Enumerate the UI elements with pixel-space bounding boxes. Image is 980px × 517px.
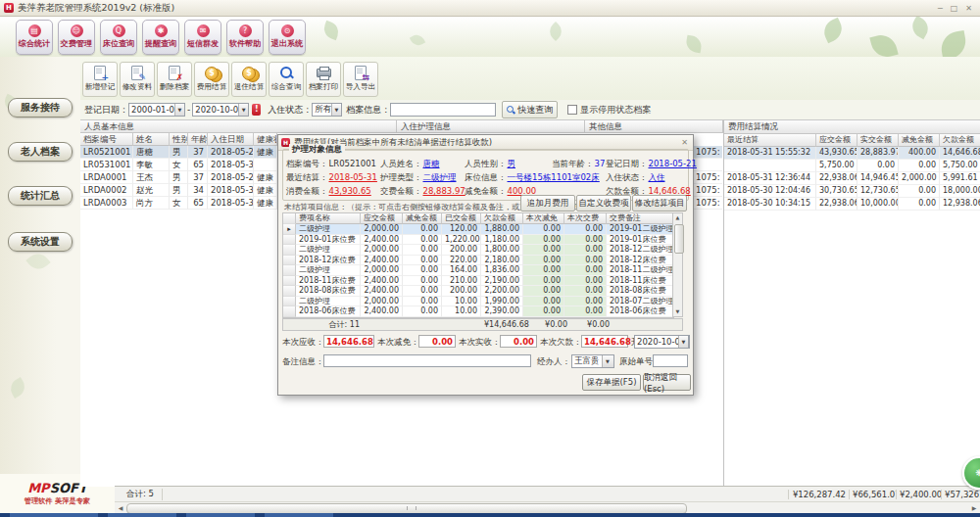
table-row[interactable]: LRDA0001王杰男372018-05-21健康 [80,171,277,184]
table-row[interactable]: 2018-05-31 12:36:4422,938.0614,946.452,0… [724,172,980,185]
table-cell: 2018-11床位费 [296,276,361,287]
table-row[interactable]: 2018-06床位费2,400.000.0010.002,390.000.000… [283,306,673,317]
cancel-button[interactable]: 取消返回(Esc) [643,374,691,391]
scroll-right-arrow-icon[interactable]: ▶ [969,503,979,513]
operator-combo[interactable]: 王富贵▼ [571,354,614,368]
table-cell: 女 [170,159,188,171]
info-field: 入住状态：入住 [606,172,665,184]
scroll-left-arrow-icon[interactable]: ◀ [116,503,125,513]
toolbar-button-reminder[interactable]: ✱ 提醒查询 [142,20,179,55]
import-export-button[interactable]: ⇆ 导入导出 [343,62,378,97]
table-cell: 0.00 [899,160,940,172]
table-row[interactable]: 二级护理2,000.000.0010.001,990.000.000.00201… [283,297,673,307]
edit-record-button[interactable]: ✎ 修改资料 [120,62,155,97]
restore-button[interactable]: □ [951,4,958,13]
table-row[interactable]: LRDA0002赵光男342018-05-30健康 [80,184,277,197]
scrollbar-thumb[interactable] [674,224,684,254]
print-button[interactable]: 档案打印 [306,62,341,97]
table-row[interactable]: 1075: [693,146,722,159]
toolbar-button-stats[interactable]: ▤ 综合统计 [16,20,53,55]
table-row[interactable]: 2018-11床位费2,400.000.00210.002,190.000.00… [283,276,673,287]
field-value[interactable]: 入住 [649,172,665,182]
settlement-items-table: 费项名称应交金额减免金额已交金额欠款金额本次减免本次交费交费备注二级护理2,00… [282,212,674,318]
table-row[interactable]: 二级护理2,000.000.00200.001,800.000.000.0020… [283,245,673,256]
table-cell: 2,000.00 [899,172,940,185]
table-cell: 2,000.00 [361,297,403,307]
table-cell: 尚方 [133,197,170,210]
dialog-close-icon[interactable]: ✕ [679,138,690,147]
bill-date-combo[interactable]: 2020-10-03▼ [634,335,689,349]
table-row[interactable]: 5,750.000.000.005,750.00 [724,160,980,172]
column-header: 费项名称 [296,213,361,224]
table-row[interactable]: LR0531001李敏女652018-05-31 [80,159,277,171]
new-record-button[interactable]: + 新增登记 [82,62,118,97]
toolbar-button-help[interactable]: ? 软件帮助 [226,20,264,55]
field-value[interactable]: 一号楼15栋1101室02床 [508,172,600,182]
query-button[interactable]: 综合查询 [269,62,304,97]
table-cell: 0.00 [403,286,442,297]
toolbar-button-sms[interactable]: ✉ 短信群发 [184,20,221,55]
table-cell: 2018-05-31 12:36:44 [724,172,816,185]
scroll-down-arrow-icon[interactable]: ▼ [673,307,682,316]
stats-icon: ▤ [28,24,41,37]
column-header: 入住日期 [208,133,254,146]
table-row[interactable]: 2018-12床位费2,400.000.00220.002,180.000.00… [283,256,673,266]
date-to-combo[interactable]: 2020-10-03▼ [192,103,249,117]
table-cell: 0.00 [564,297,607,307]
toolbar-button-bed-search[interactable]: Q 床位查询 [100,20,137,55]
table-header-row: 档案编号姓名性别年龄入住日期健康状 [80,133,277,146]
sidebar-item-elder-files[interactable]: 老人档案 [8,142,73,162]
table-row[interactable]: 2018-05-31 15:55:3243,930.6528,883.97400… [724,147,980,160]
field-value[interactable]: 2018-05-21 [649,159,697,168]
table-cell: 二级护理 [296,297,361,307]
table-row[interactable]: 2018-05-30 12:04:4630,730.6512,730.650.0… [724,185,980,198]
table-row[interactable]: 1075: [693,197,722,210]
table-cell: 健康 [254,171,277,184]
field-value[interactable]: 二级护理 [423,172,457,182]
custom-fee-button[interactable]: 自定义收费项 [576,195,631,212]
record-search-input[interactable] [390,103,496,117]
edit-settle-items-button[interactable]: 修改结算项目 [632,195,687,212]
save-bill-button[interactable]: 保存单据(F5) [582,374,641,391]
status-combo[interactable]: 所有▼ [312,103,342,117]
sidebar-item-reception[interactable]: 服务接待 [8,98,73,118]
table-row[interactable]: 1075: [693,184,722,197]
table-row[interactable]: 2018-08床位费2,400.000.00200.002,200.000.00… [283,286,673,297]
table-cell: 2,000.00 [361,224,403,235]
table-row[interactable]: 二级护理2,000.000.00164.001,836.000.000.0020… [283,265,673,276]
info-label: 档案信息： [346,104,390,117]
show-disabled-checkbox[interactable] [567,105,577,115]
field-value[interactable]: 唐糖 [423,159,440,168]
table-row[interactable]: 二级护理2,000.000.00120.001,880.000.000.0020… [283,224,673,235]
vertical-scrollbar[interactable]: ▲ ▼ [672,212,683,317]
field-value[interactable]: 男 [508,159,516,168]
toolbar-button-exit[interactable]: ⊙ 退出系统 [269,20,306,55]
add-monthly-fee-button[interactable]: 追加月费用 [520,195,575,212]
sidebar-item-settings[interactable]: 系统设置 [8,232,73,252]
info-field: 护理类型：二级护理 [380,172,457,184]
checkout-settle-button[interactable]: $ 退住结算 [231,62,267,97]
sidebar-item-statistics[interactable]: 统计汇总 [8,186,73,206]
table-row[interactable]: LR0521001唐糖男372018-05-21健康 [80,146,277,159]
scroll-up-arrow-icon[interactable]: ▲ [673,213,682,222]
table-row[interactable]: 2019-01床位费2,400.000.001,220.001,180.000.… [283,235,673,246]
date-from-combo[interactable]: 2000-01-01▼ [128,103,185,117]
toolbar-button-payment[interactable]: ☺ 交费管理 [58,20,95,55]
date-alert-icon[interactable]: ! [252,104,261,116]
quick-search-button[interactable]: 快速查询 [502,101,558,118]
fee-settle-button[interactable]: $ 费用结算 [194,62,229,97]
original-no-input[interactable] [653,354,688,367]
table-cell: 43,930.65 [816,147,858,160]
table-row[interactable]: 1075: [693,171,722,184]
table-cell: 1,990.00 [481,297,523,307]
close-button[interactable]: ✕ [965,4,972,13]
table-cell [693,159,722,171]
table-row[interactable] [693,159,722,171]
delete-record-button[interactable]: ✗ 删除档案 [157,62,192,97]
table-cell: 1,836.00 [481,265,523,276]
table-row[interactable]: 2018-05-30 10:34:1522,938.0610,000.000.0… [724,198,980,211]
table-cell: 200.00 [442,245,481,256]
note-input[interactable] [323,354,531,367]
minimize-button[interactable]: ─ [938,4,943,13]
table-row[interactable]: LRDA0003尚方女652018-05-30健康 [80,197,277,210]
